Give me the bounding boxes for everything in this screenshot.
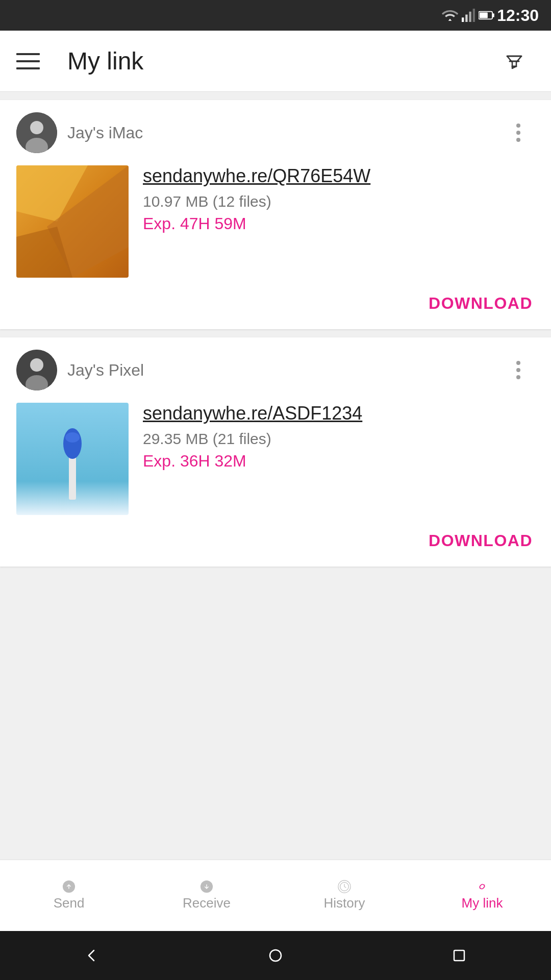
more-button-1[interactable] <box>502 116 535 149</box>
send-icon <box>62 880 76 893</box>
download-button-2[interactable]: DOWNLOAD <box>427 527 535 554</box>
card-2-body: sendanywhe.re/ASDF1234 29.35 MB (21 file… <box>0 403 551 523</box>
card-1-info: sendanywhe.re/QR76E54W 10.97 MB (12 file… <box>143 165 535 233</box>
battery-icon <box>479 9 495 22</box>
hamburger-line-3 <box>16 67 40 69</box>
filter-icon <box>504 51 524 71</box>
bottom-navigation: Send Receive History My link <box>0 860 551 931</box>
nav-item-history[interactable]: History <box>276 860 413 931</box>
device-name-1: Jay's iMac <box>67 124 502 142</box>
three-dots-icon-2 <box>516 361 520 379</box>
more-button-2[interactable] <box>502 354 535 386</box>
back-button[interactable] <box>82 945 102 966</box>
filter-button[interactable] <box>494 41 535 82</box>
svg-point-20 <box>65 432 80 443</box>
history-icon <box>338 880 351 893</box>
nav-item-receive[interactable]: Receive <box>138 860 276 931</box>
download-button-1[interactable]: DOWNLOAD <box>427 290 535 317</box>
status-bar: 12:30 <box>0 0 551 31</box>
avatar-1 <box>16 112 57 153</box>
card-2-size: 29.35 MB (21 files) <box>143 430 535 448</box>
receive-icon <box>200 880 213 893</box>
recents-button[interactable] <box>449 945 469 966</box>
svg-rect-0 <box>462 17 464 22</box>
link-card-1: Jay's iMac <box>0 100 551 329</box>
hamburger-line-1 <box>16 53 40 55</box>
status-time: 12:30 <box>497 6 539 25</box>
back-icon <box>85 948 99 963</box>
svg-rect-5 <box>492 13 494 17</box>
mylink-icon <box>475 880 489 893</box>
card-1-size: 10.97 MB (12 files) <box>143 193 535 210</box>
card-2-footer: DOWNLOAD <box>0 523 551 567</box>
svg-point-25 <box>270 950 281 961</box>
home-icon <box>268 948 283 963</box>
card-1-footer: DOWNLOAD <box>0 286 551 329</box>
link-card-2: Jay's Pixel <box>0 337 551 567</box>
menu-button[interactable] <box>16 41 57 82</box>
page-title: My link <box>67 47 494 75</box>
svg-rect-1 <box>465 15 467 22</box>
card-2-info: sendanywhe.re/ASDF1234 29.35 MB (21 file… <box>143 403 535 471</box>
nav-label-send: Send <box>54 895 85 911</box>
card-2-expiry: Exp. 36H 32M <box>143 452 535 471</box>
home-button[interactable] <box>265 945 286 966</box>
card-1-body: sendanywhe.re/QR76E54W 10.97 MB (12 file… <box>0 165 551 286</box>
signal-icon <box>460 9 477 22</box>
android-nav-bar <box>0 931 551 980</box>
svg-rect-3 <box>473 9 475 22</box>
svg-point-8 <box>30 121 43 134</box>
card-2-header: Jay's Pixel <box>0 337 551 403</box>
nav-item-mylink[interactable]: My link <box>413 860 551 931</box>
avatar-2 <box>16 350 57 390</box>
nav-label-receive: Receive <box>183 895 231 911</box>
svg-point-15 <box>30 358 43 372</box>
hamburger-line-2 <box>16 60 40 62</box>
app-header: My link <box>0 31 551 92</box>
three-dots-icon-1 <box>516 124 520 142</box>
card-1-expiry: Exp. 47H 59M <box>143 214 535 233</box>
wifi-icon <box>442 9 458 22</box>
nav-label-history: History <box>324 895 365 911</box>
card-1-header: Jay's iMac <box>0 100 551 165</box>
card-1-link[interactable]: sendanywhe.re/QR76E54W <box>143 165 535 187</box>
svg-rect-2 <box>469 12 471 22</box>
svg-rect-26 <box>454 950 464 961</box>
svg-rect-6 <box>480 12 488 18</box>
nav-label-mylink: My link <box>462 895 503 911</box>
card-2-link[interactable]: sendanywhe.re/ASDF1234 <box>143 403 535 424</box>
recents-icon <box>452 948 466 963</box>
device-name-2: Jay's Pixel <box>67 361 502 380</box>
thumbnail-1 <box>16 165 129 278</box>
status-icons: 12:30 <box>442 6 539 25</box>
main-content: Jay's iMac <box>0 92 551 860</box>
thumbnail-2 <box>16 403 129 515</box>
nav-item-send[interactable]: Send <box>0 860 138 931</box>
